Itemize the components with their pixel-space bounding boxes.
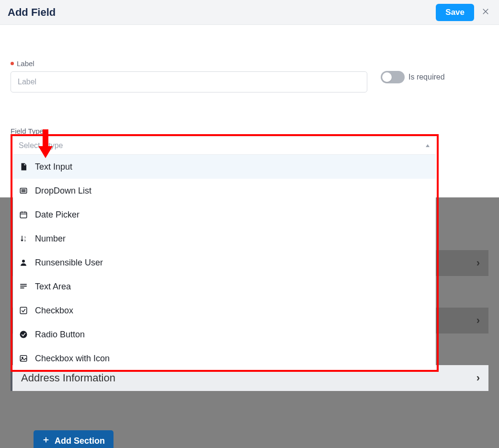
svg-point-15 — [22, 260, 25, 263]
svg-marker-4 — [426, 144, 430, 147]
svg-rect-19 — [20, 307, 27, 314]
list-icon — [19, 186, 28, 195]
required-indicator-icon — [11, 62, 14, 65]
option-text-input[interactable]: Text Input — [13, 155, 436, 179]
label-field-label: Label — [11, 59, 367, 68]
chevron-right-icon: › — [476, 257, 480, 269]
lines-icon — [19, 282, 28, 291]
field-type-options: Text Input DropDown List Date Picker 19 … — [13, 155, 436, 370]
save-button[interactable]: Save — [436, 4, 474, 21]
dialog-title: Add Field — [8, 6, 56, 19]
image-icon — [19, 354, 28, 363]
checkbox-icon — [19, 306, 28, 315]
required-toggle-label: Is required — [408, 73, 445, 81]
number-sort-icon: 19 — [19, 234, 28, 243]
calendar-icon — [19, 210, 28, 219]
header-actions: Save — [436, 4, 491, 21]
file-text-icon — [19, 162, 28, 172]
user-icon — [19, 258, 28, 267]
svg-text:1: 1 — [24, 236, 26, 239]
toggle-knob — [382, 72, 392, 82]
option-radio-button[interactable]: Radio Button — [13, 322, 436, 346]
plus-icon — [42, 436, 50, 446]
field-type-label: Field Type — [11, 127, 488, 135]
chevron-right-icon: › — [476, 372, 480, 384]
field-type-dropdown: Select a type Text Input DropDown List D… — [13, 137, 436, 370]
required-toggle[interactable] — [381, 71, 405, 83]
option-number[interactable]: 19 Number — [13, 227, 436, 251]
label-input[interactable] — [11, 71, 367, 92]
add-section-button[interactable]: Add Section — [34, 430, 113, 448]
caret-up-icon — [425, 141, 430, 150]
option-checkbox[interactable]: Checkbox — [13, 299, 436, 322]
dialog-header: Add Field Save — [0, 0, 499, 25]
close-icon — [481, 7, 490, 17]
close-button[interactable] — [480, 7, 491, 18]
svg-text:9: 9 — [24, 239, 26, 242]
option-checkbox-with-icon[interactable]: Checkbox with Icon — [13, 346, 436, 370]
field-type-select[interactable]: Select a type — [13, 137, 436, 155]
option-text-area[interactable]: Text Area — [13, 275, 436, 299]
radio-icon — [19, 330, 28, 339]
svg-rect-9 — [20, 212, 27, 218]
option-dropdown-list[interactable]: DropDown List — [13, 179, 436, 203]
option-date-picker[interactable]: Date Picker — [13, 203, 436, 227]
svg-point-20 — [20, 331, 27, 338]
chevron-right-icon: › — [476, 314, 480, 327]
option-runsensible-user[interactable]: Runsensible User — [13, 251, 436, 275]
